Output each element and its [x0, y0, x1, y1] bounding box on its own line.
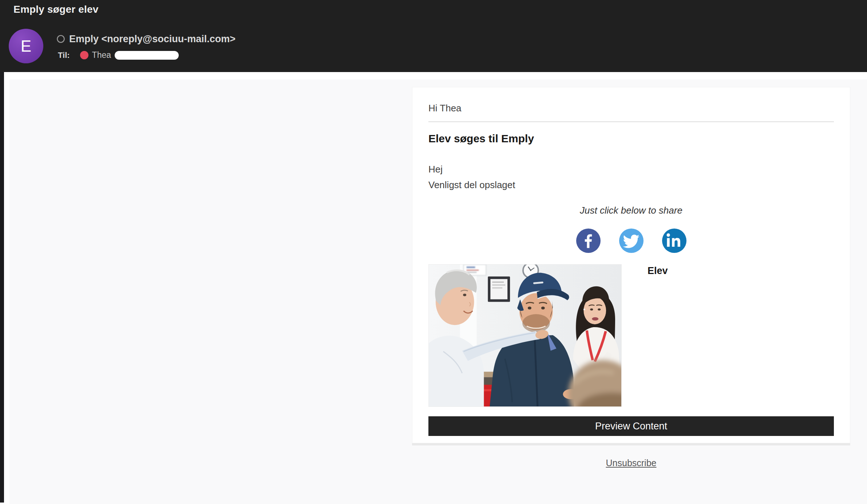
- recipient-line: Til: Thea: [58, 50, 179, 60]
- greeting-text: Hi Thea: [428, 101, 834, 115]
- wall-frame: [488, 277, 510, 302]
- share-prompt: Just click below to share: [428, 205, 834, 215]
- recipient-status-dot: [80, 51, 88, 59]
- unsubscribe-link[interactable]: Unsubscribe: [606, 458, 657, 468]
- sender-avatar[interactable]: E: [9, 29, 43, 63]
- mail-header: Emply søger elev E Emply <noreply@sociuu…: [0, 0, 867, 72]
- facebook-icon: [576, 229, 601, 253]
- sender-line: Emply <noreply@sociuu-mail.com>: [56, 33, 235, 45]
- facebook-share-button[interactable]: [576, 229, 601, 253]
- social-share-row: [428, 229, 834, 253]
- body-line-1: Hej: [428, 162, 834, 177]
- preview-content-button[interactable]: Preview Content: [428, 416, 834, 436]
- email-subject: Emply søger elev: [13, 4, 99, 15]
- email-footer: Unsubscribe: [412, 458, 850, 468]
- body-line-2: Venligst del opslaget: [428, 177, 834, 193]
- linkedin-share-button[interactable]: [662, 229, 686, 253]
- email-body-text: Hej Venligst del opslaget: [428, 162, 834, 193]
- avatar-initial: E: [21, 37, 31, 55]
- recipient-chip[interactable]: Thea: [80, 50, 179, 60]
- twitter-icon: [619, 229, 644, 253]
- twitter-share-button[interactable]: [619, 229, 644, 253]
- media-row: Elev: [428, 264, 834, 407]
- unread-status-icon: [56, 35, 65, 43]
- office-photo: [428, 264, 622, 407]
- divider: [428, 121, 834, 122]
- window-edge-strip: [0, 72, 4, 503]
- to-label: Til:: [58, 51, 70, 60]
- redacted-recipient-pill: [115, 51, 179, 60]
- photo-caption: Elev: [648, 265, 668, 277]
- sender-address: Emply <noreply@sociuu-mail.com>: [69, 33, 235, 45]
- email-content-card: Hi Thea Elev søges til Emply Hej Venligs…: [412, 87, 850, 443]
- recipient-name: Thea: [92, 50, 111, 60]
- preview-content-label: Preview Content: [595, 421, 667, 432]
- email-heading: Elev søges til Emply: [428, 131, 834, 146]
- linkedin-icon: [662, 229, 686, 253]
